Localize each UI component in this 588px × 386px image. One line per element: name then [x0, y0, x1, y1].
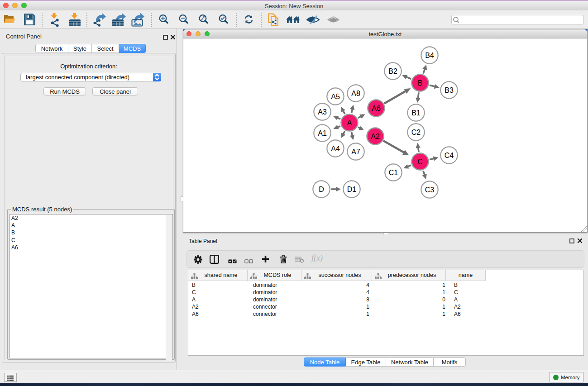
svg-text:B2: B2 — [388, 67, 397, 75]
svg-text:C2: C2 — [411, 129, 421, 136]
svg-text:A8: A8 — [351, 90, 360, 97]
svg-text:A3: A3 — [318, 108, 327, 116]
svg-text:A5: A5 — [331, 93, 340, 100]
svg-text:B4: B4 — [425, 52, 434, 59]
svg-text:B1: B1 — [411, 109, 421, 117]
svg-text:B3: B3 — [445, 86, 454, 94]
svg-text:D: D — [319, 186, 324, 193]
svg-text:A4: A4 — [331, 145, 340, 152]
svg-text:A2: A2 — [371, 133, 380, 140]
svg-text:C3: C3 — [425, 186, 435, 194]
svg-text:D1: D1 — [347, 186, 357, 193]
svg-text:C: C — [417, 158, 423, 166]
svg-text:A7: A7 — [351, 148, 360, 156]
svg-text:B: B — [418, 79, 423, 87]
svg-text:A: A — [347, 119, 352, 127]
svg-text:A1: A1 — [318, 129, 327, 137]
svg-text:C1: C1 — [389, 169, 398, 176]
svg-text:C4: C4 — [445, 152, 454, 159]
svg-text:A6: A6 — [372, 105, 381, 112]
